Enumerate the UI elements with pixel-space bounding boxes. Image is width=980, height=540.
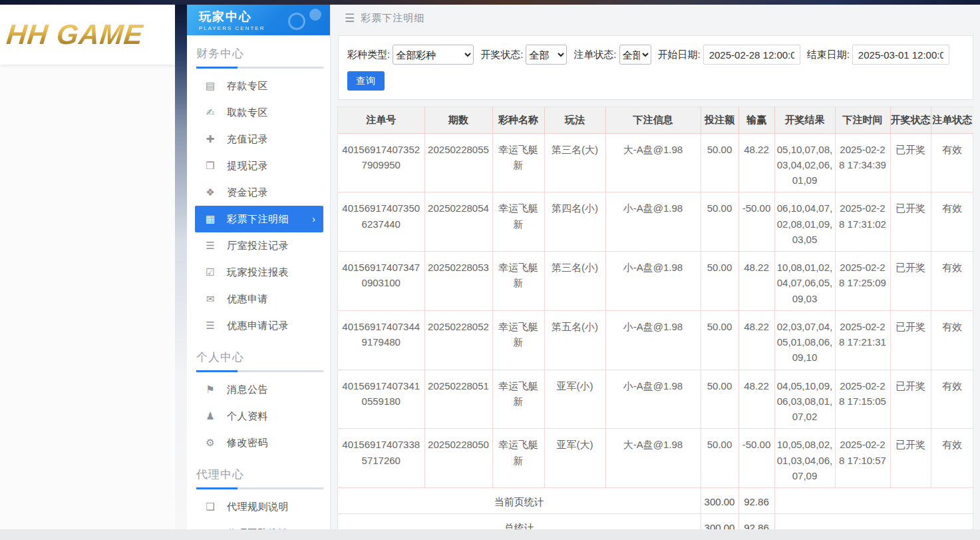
table-body: 40156917407352790995020250228055幸运飞艇新第三名… (338, 133, 973, 540)
table-cell: 幸运飞艇新 (492, 192, 544, 252)
brand-logo: HH GAME (5, 19, 144, 51)
table-cell: 已开奖 (890, 133, 931, 192)
sidebar-item-label: 代理规则说明 (227, 501, 289, 513)
section-underline (196, 370, 323, 372)
sidebar-item-label: 个人资料 (227, 410, 268, 423)
table-cell: 20250228052 (424, 310, 492, 370)
vertical-divider-strip (175, 5, 187, 529)
table-row: 40156917407350623744020250228054幸运飞艇新第四名… (338, 192, 973, 252)
sidebar-item-withdrawal-records[interactable]: ❒提现记录› (195, 152, 323, 179)
lottery-bet-detail-icon: ▦ (203, 213, 218, 225)
column-header: 投注额 (701, 107, 738, 133)
gamepad-icon (287, 7, 324, 34)
table-cell: 已开奖 (890, 370, 931, 429)
table-row: 40156917407347090310020250228053幸运飞艇新第三名… (338, 252, 973, 311)
summary-empty (774, 488, 973, 514)
table-cell: 20250228055 (424, 133, 492, 192)
sidebar-item-promo-apply-records[interactable]: ☰优惠申请记录› (195, 312, 323, 339)
table-cell: 第三名(小) (544, 252, 605, 311)
column-header: 开奖状态 (890, 107, 931, 133)
withdrawal-record-icon: ❒ (203, 160, 218, 172)
sidebar-item-label: 提现记录 (227, 160, 268, 172)
table-cell: 50.00 (701, 252, 738, 311)
summary-label: 当前页统计 (338, 488, 701, 514)
bill-status-select[interactable]: 全部 (619, 45, 651, 65)
column-header: 下注时间 (835, 107, 890, 133)
sidebar-item-label: 修改密码 (227, 437, 268, 449)
bell-icon: ⚑ (203, 384, 218, 396)
sidebar-header: 玩家中心 PLAYERS CENTER (187, 5, 331, 35)
table-cell: 2025-02-28 17:15:05 (835, 370, 890, 429)
table-cell: 小-A盘@1.98 (605, 252, 701, 311)
sidebar-item-funds-records[interactable]: ❖资金记录› (195, 179, 323, 206)
sidebar-item-label: 取款专区 (227, 107, 268, 119)
promo-apply-record-icon: ☰ (203, 320, 218, 332)
player-bet-report-icon: ☑ (203, 266, 218, 278)
sidebar-item-message-announcements[interactable]: ⚑消息公告› (195, 376, 323, 403)
table-cell: 有效 (931, 429, 973, 488)
footer-strip (0, 529, 980, 540)
table-cell: 04,05,10,09,06,03,08,01,07,02 (774, 370, 835, 429)
start-date-label: 开始日期: (658, 49, 701, 61)
table-cell: 幸运飞艇新 (492, 133, 544, 192)
sidebar-item-recharge-records[interactable]: ✚充值记录› (195, 126, 323, 152)
query-button[interactable]: 查询 (347, 71, 385, 91)
promo-apply-icon: ✉ (203, 293, 218, 305)
start-date-input[interactable] (703, 45, 800, 65)
table-cell: 2025-02-28 17:21:31 (835, 310, 890, 370)
sidebar-item-hall-bet-records[interactable]: ☰厅室投注记录› (195, 232, 323, 259)
table-cell: 48.22 (738, 252, 774, 311)
table-cell: 已开奖 (890, 192, 931, 252)
sidebar-item-label: 充值记录 (227, 133, 268, 146)
sidebar-item-label: 存款专区 (227, 80, 268, 93)
column-header: 彩种名称 (492, 107, 544, 133)
hamburger-icon[interactable]: ☰ (345, 11, 355, 25)
table-cell: 幸运飞艇新 (492, 310, 544, 370)
table-cell: 亚军(大) (544, 429, 605, 488)
end-date-input[interactable] (852, 45, 949, 65)
column-header: 输赢 (738, 107, 774, 133)
table-cell: -50.00 (738, 429, 774, 488)
document-icon: ❏ (203, 501, 218, 513)
sidebar-item-label: 优惠申请 (227, 293, 268, 306)
sidebar-item-change-password[interactable]: ⚙修改密码› (195, 429, 323, 456)
sidebar-item-withdraw-zone[interactable]: ✍取款专区› (195, 99, 323, 126)
draw-status-select[interactable]: 全部 (526, 45, 567, 65)
table-cell: 小-A盘@1.98 (605, 370, 701, 429)
main-content: ☰ 彩票下注明细 彩种类型: 全部彩种 开奖状态: 全部 注单状态: 全部 开始… (331, 5, 980, 529)
bet-table: 注单号期数彩种名称玩法下注信息投注额输赢开奖结果下注时间开奖状态注单状态 401… (338, 107, 973, 540)
table-cell: 2025-02-28 17:10:57 (835, 429, 890, 488)
table-row: 40156917407338571726020250228050幸运飞艇新亚军(… (338, 429, 973, 488)
sidebar-item-label: 玩家投注报表 (227, 266, 289, 279)
table-cell: 48.22 (738, 133, 774, 192)
table-cell: 20250228053 (424, 252, 492, 311)
sidebar-item-deposit-zone[interactable]: ▤存款专区› (195, 73, 323, 99)
table-cell: 50.00 (701, 429, 738, 488)
lottery-type-select[interactable]: 全部彩种 (393, 45, 474, 65)
table-cell: 已开奖 (890, 252, 931, 311)
table-cell: 第三名(大) (544, 133, 605, 192)
table-cell: 2025-02-28 17:31:02 (835, 192, 890, 252)
table-cell: 小-A盘@1.98 (605, 310, 701, 370)
sidebar-item-label: 优惠申请记录 (227, 320, 289, 332)
table-cell: 50.00 (701, 133, 738, 192)
sidebar-item-player-bet-report[interactable]: ☑玩家投注报表› (195, 259, 323, 286)
sidebar-item-agent-team-stats[interactable]: ▥代理团队统计› (195, 520, 323, 529)
table-cell: 401569174073410559180 (338, 370, 424, 429)
table-cell: 幸运飞艇新 (492, 370, 544, 429)
table-cell: 亚军(小) (544, 370, 605, 429)
section-title: 个人中心 (196, 350, 330, 365)
table-cell: 48.22 (738, 310, 774, 370)
funds-record-icon: ❖ (203, 186, 218, 198)
sidebar-item-promo-apply[interactable]: ✉优惠申请› (195, 286, 323, 312)
sidebar-item-lottery-bet-details[interactable]: ▦彩票下注明细› (195, 206, 323, 232)
sidebar-item-agent-rules[interactable]: ❏代理规则说明› (195, 493, 323, 520)
table-cell: 05,10,07,08,03,04,02,06,01,09 (774, 133, 835, 192)
summary-amount: 300.00 (701, 488, 738, 514)
table-cell: 有效 (931, 192, 973, 252)
sidebar-item-personal-profile[interactable]: ♟个人资料› (195, 403, 323, 429)
filter-panel: 彩种类型: 全部彩种 开奖状态: 全部 注单状态: 全部 开始日期: 结束日期:… (338, 35, 973, 100)
column-header: 下注信息 (605, 107, 701, 133)
table-cell: 10,05,08,02,01,03,04,06,07,09 (774, 429, 835, 488)
table-cell: 20250228051 (424, 370, 492, 429)
